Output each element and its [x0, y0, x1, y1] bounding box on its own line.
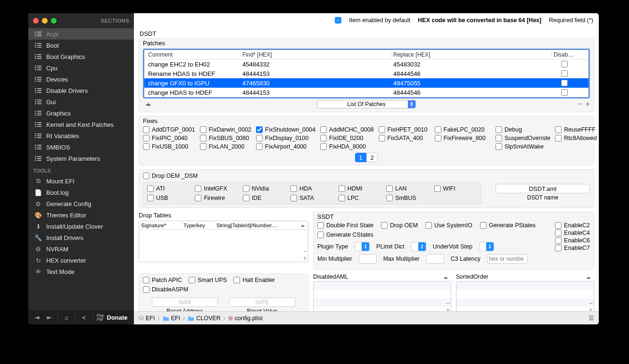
sidebar-item-cpu[interactable]: Cpu [28, 62, 134, 74]
breadcrumb-disk[interactable]: ⛁ EFI [139, 314, 155, 322]
donate-button[interactable]: Donate [107, 314, 128, 321]
tool-item-boot-log[interactable]: 📄Boot.log [28, 187, 134, 198]
fix-wifi[interactable]: WIFI [434, 185, 477, 192]
fix-suspendoverride[interactable]: SuspendOverride [496, 135, 550, 141]
undervolt-select[interactable]: ▲▼ [479, 242, 494, 251]
fix-fixhda-8000[interactable]: FixHDA_8000 [320, 143, 374, 150]
fix-fakelpc-0020[interactable]: FakeLPC_0020 [435, 126, 486, 133]
breadcrumb-file[interactable]: ▦ config.plist [228, 315, 263, 322]
plimit-select[interactable]: ▲▼ [411, 242, 426, 251]
patch-disabled-checkbox[interactable] [561, 61, 568, 67]
tool-item-text-mode[interactable]: 👁Text Mode [28, 266, 134, 277]
daml-add-button[interactable]: + [446, 306, 450, 311]
fix-halt-enabler[interactable]: Halt Enabler [233, 277, 275, 283]
so-add-button[interactable]: + [589, 306, 593, 311]
sidebar-item-acpi[interactable]: Acpi [28, 28, 134, 40]
c3-input[interactable] [487, 254, 528, 264]
resize-icon[interactable]: ⫨ [586, 274, 592, 281]
fix-sata[interactable]: SATA [290, 195, 333, 201]
dt-remove-button[interactable]: − [303, 248, 307, 254]
fix-fixdarwin-0002[interactable]: FixDarwin_0002 [200, 126, 251, 133]
fix-fixfirewire-800[interactable]: FixFirewire_800 [435, 135, 486, 141]
remove-row-button[interactable]: − [578, 100, 582, 108]
fix-rtc8allowed[interactable]: Rtc8Allowed [555, 135, 596, 141]
col-find[interactable]: Find* [HEX] [240, 51, 391, 58]
col-replace[interactable]: Replace [HEX] [391, 51, 552, 58]
fix-hdmi[interactable]: HDMI [339, 185, 381, 192]
fix-fixide-0200[interactable]: FixIDE_0200 [320, 135, 374, 141]
fix-enablec4[interactable]: EnableC4 [555, 230, 590, 236]
min-mult-input[interactable] [359, 254, 377, 264]
fix-hda[interactable]: HDA [290, 185, 333, 192]
sidebar-item-disable-drivers[interactable]: Disable Drivers [28, 85, 134, 96]
resize-icon[interactable]: ⫨ [443, 274, 449, 281]
patch-row[interactable]: change GFX0 to IGPU4746583049475055 [144, 78, 588, 88]
fix-ati[interactable]: ATI [147, 185, 190, 192]
share-icon[interactable]: < [79, 314, 89, 321]
tool-item-install-update-clover[interactable]: ⬇Install/Update Clover [28, 221, 134, 232]
close-window-button[interactable] [33, 18, 39, 24]
fix-enablec7[interactable]: EnableC7 [555, 245, 590, 251]
add-row-button[interactable]: + [586, 100, 590, 108]
dt-add-button[interactable]: + [303, 254, 307, 261]
fix-enablec6[interactable]: EnableC6 [555, 237, 590, 244]
fix-reuseffff[interactable]: ReuseFFFF [555, 126, 596, 133]
fix-drop-oem[interactable]: Drop OEM [381, 222, 418, 229]
page-1-button[interactable]: 1 [355, 153, 366, 162]
sidebar-item-graphics[interactable]: Graphics [28, 108, 134, 119]
dsdt-name-input[interactable] [496, 184, 590, 193]
patch-disabled-checkbox[interactable] [561, 70, 568, 77]
max-mult-input[interactable] [426, 254, 444, 264]
fix-firewire[interactable]: Firewire [195, 195, 238, 201]
fix-fixdisplay-0100[interactable]: FixDisplay_0100 [256, 135, 315, 141]
sidebar-item-system-parameters[interactable]: System Parameters [28, 153, 134, 164]
drop-oem-dsm-checkbox[interactable]: Drop OEM _DSM [143, 173, 481, 179]
fix-slpsmiatwake[interactable]: SlpSmiAtWake [496, 143, 550, 150]
fix-generate-cstates[interactable]: Generate CStates [317, 232, 373, 238]
fix-fixusb-1000[interactable]: FixUSB_1000 [143, 143, 195, 150]
tool-item-themes-editor[interactable]: 🎨Themes Editor [28, 209, 134, 221]
list-view-icon[interactable]: ☰ [588, 314, 594, 322]
home-icon[interactable]: ⌂ [62, 314, 71, 321]
dt-col-type[interactable]: Type/key [182, 221, 215, 229]
reset-value-input[interactable] [229, 298, 295, 307]
tool-item-install-drivers[interactable]: 🔧Install Drivers [28, 232, 134, 243]
sidebar-item-devices[interactable]: Devices [28, 74, 134, 85]
dt-col-str[interactable]: String[TableId]/Number… [215, 221, 298, 229]
tool-item-nvram[interactable]: ⚙NVRAM [28, 243, 134, 255]
sidebar-item-smbios[interactable]: SMBIOS [28, 141, 134, 153]
patch-row[interactable]: Rename HDAS to HDEF4844415348444546 [144, 69, 588, 78]
patch-disabled-checkbox[interactable] [561, 89, 568, 96]
sidebar-item-gui[interactable]: Gui [28, 96, 134, 108]
fix-fixlan-2000[interactable]: FixLAN_2000 [200, 143, 251, 150]
dt-col-sig[interactable]: Signature* [139, 221, 182, 229]
resize-icon[interactable]: ⫨ [143, 100, 154, 108]
fix-patch-apic[interactable]: Patch APIC [143, 277, 182, 283]
fix-disableaspm[interactable]: DisableASPM [143, 286, 188, 293]
fix-usb[interactable]: USB [147, 195, 190, 201]
fix-debug[interactable]: Debug [496, 126, 550, 133]
disabled-aml-list[interactable]: ⫨ − + [313, 281, 451, 311]
import-icon[interactable]: ⇥ [32, 314, 41, 321]
fix-enablec2[interactable]: EnableC2 [555, 222, 590, 229]
fix-smbus[interactable]: SmBUS [386, 195, 429, 201]
fix-fixsbus-0080[interactable]: FixSBUS_0080 [200, 135, 251, 141]
plugin-type-select[interactable]: ▲▼ [355, 242, 370, 251]
fix-nvidia[interactable]: NVidia [243, 185, 286, 192]
fix-fixsata-400[interactable]: FixSATA_400 [379, 135, 430, 141]
sidebar-item-boot[interactable]: Boot [28, 40, 134, 51]
fix-generate-pstates[interactable]: Generate PStates [480, 222, 536, 229]
sidebar-item-rt-variables[interactable]: Rt Variables [28, 130, 134, 141]
fix-fixairport-4000[interactable]: FixAirport_4000 [256, 143, 315, 150]
patch-row[interactable]: change EHC2 to EH024548433245483032 [144, 59, 588, 69]
patch-row[interactable]: change HDAS to HDEF4844415348444546 [144, 88, 588, 97]
minimize-window-button[interactable] [42, 18, 48, 24]
fix-ide[interactable]: IDE [243, 195, 286, 201]
breadcrumb-folder-clover[interactable]: CLOVER [188, 315, 220, 322]
breadcrumb-folder-efi[interactable]: EFI [163, 315, 180, 322]
fix-adddtgp-0001[interactable]: AddDTGP_0001 [143, 126, 195, 133]
fix-fixhpet-0010[interactable]: FixHPET_0010 [379, 126, 430, 133]
maximize-window-button[interactable] [51, 18, 57, 24]
fix-fixipic-0040[interactable]: FixIPIC_0040 [143, 135, 195, 141]
fix-addmchc-0008[interactable]: AddMCHC_0008 [320, 126, 374, 133]
